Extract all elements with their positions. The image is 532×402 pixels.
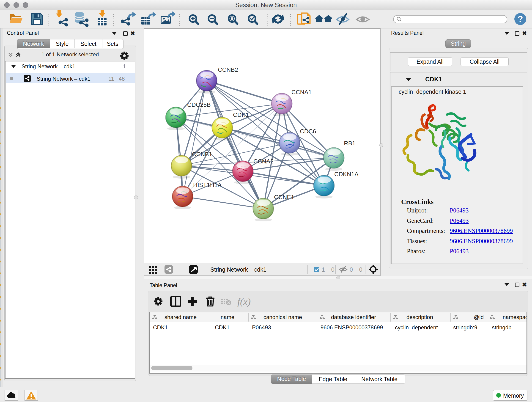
svg-text:?: ?	[518, 14, 523, 24]
svg-text:@id: @id	[474, 314, 484, 320]
svg-text:CCNB2: CCNB2	[218, 66, 238, 73]
svg-text:description: description	[406, 314, 433, 320]
svg-text:database identifier: database identifier	[331, 314, 376, 320]
svg-text:HIST1H1A: HIST1H1A	[193, 182, 222, 188]
svg-text:CCNE1: CCNE1	[274, 194, 294, 201]
svg-text:canonical name: canonical name	[264, 314, 302, 320]
svg-text:CDKN1A: CDKN1A	[334, 171, 359, 178]
svg-text:CDC6: CDC6	[300, 128, 316, 135]
svg-text:CDK1: CDK1	[233, 111, 249, 118]
svg-text:CCNB1: CCNB1	[192, 151, 212, 158]
svg-text:CCNA1: CCNA1	[291, 89, 312, 96]
svg-text:shared name: shared name	[165, 314, 196, 320]
svg-text:CDC25B: CDC25B	[187, 101, 211, 108]
svg-text:namespac: namespac	[503, 314, 526, 320]
svg-text:RB1: RB1	[344, 140, 355, 147]
svg-text:f(x): f(x)	[237, 296, 251, 307]
svg-text:CCNA2: CCNA2	[253, 158, 273, 165]
svg-text:name: name	[221, 314, 234, 320]
